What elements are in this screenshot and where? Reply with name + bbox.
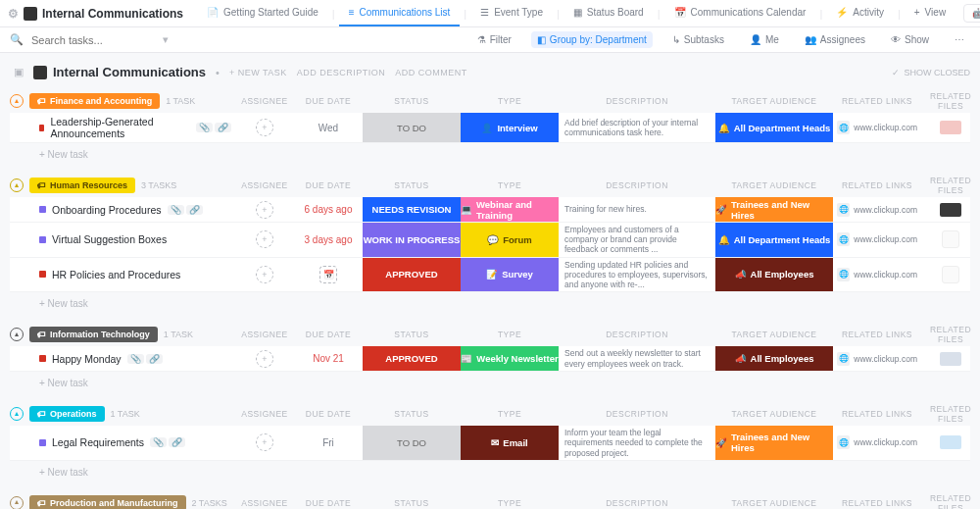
- assignees-button[interactable]: 👥 Assignees: [799, 31, 871, 48]
- column-header[interactable]: TARGET AUDIENCE: [715, 409, 833, 419]
- status-square-icon[interactable]: [39, 271, 46, 278]
- status-cell[interactable]: WORK IN PROGRESS: [363, 223, 461, 257]
- type-cell[interactable]: 👤Interview: [461, 113, 559, 142]
- column-header[interactable]: TARGET AUDIENCE: [715, 330, 833, 339]
- description-cell[interactable]: Add brief description of your internal c…: [559, 113, 715, 142]
- target-audience-cell[interactable]: 🔔All Department Heads: [715, 223, 833, 257]
- description-cell[interactable]: Inform your team the legal requirements …: [559, 426, 715, 460]
- task-name[interactable]: HR Policies and Procedures: [52, 269, 180, 280]
- assignee-placeholder[interactable]: +: [256, 201, 273, 219]
- group-pill[interactable]: 🏷 Information Technology: [29, 327, 158, 342]
- column-header[interactable]: RELATED LINKS: [833, 96, 921, 106]
- target-audience-cell[interactable]: 🔔All Department Heads: [715, 113, 833, 142]
- target-audience-cell[interactable]: 🚀Trainees and New Hires: [715, 426, 833, 460]
- type-cell[interactable]: ✉Email: [461, 426, 559, 460]
- task-row[interactable]: HR Policies and Procedures +📅APPROVED📝Su…: [10, 258, 970, 293]
- new-task-row[interactable]: + New task: [10, 372, 970, 388]
- column-header[interactable]: ASSIGNEE: [235, 409, 294, 419]
- column-header[interactable]: TARGET AUDIENCE: [715, 180, 833, 190]
- add-comment-button[interactable]: ADD COMMENT: [395, 68, 467, 77]
- column-header[interactable]: ASSIGNEE: [235, 96, 294, 106]
- file-placeholder[interactable]: [942, 266, 959, 283]
- search-input[interactable]: [29, 33, 157, 47]
- type-cell[interactable]: 💬Forum: [461, 223, 559, 257]
- column-header[interactable]: DESCRIPTION: [559, 180, 715, 190]
- column-header[interactable]: DESCRIPTION: [559, 409, 715, 419]
- column-header[interactable]: TYPE: [461, 330, 559, 339]
- assignee-placeholder[interactable]: +: [256, 433, 273, 451]
- status-cell[interactable]: TO DO: [363, 426, 461, 460]
- type-cell[interactable]: 📝Survey: [461, 258, 559, 292]
- view-tab[interactable]: ▦Status Board: [564, 0, 654, 26]
- file-thumbnail[interactable]: [940, 203, 961, 217]
- due-date[interactable]: Wed: [318, 123, 338, 133]
- related-link[interactable]: www.clickup.com: [854, 354, 917, 364]
- column-header[interactable]: RELATED LINKS: [833, 498, 921, 508]
- status-square-icon[interactable]: [39, 125, 44, 131]
- chip[interactable]: 🔗: [186, 205, 203, 215]
- collapse-group-icon[interactable]: ▾: [10, 94, 24, 108]
- type-cell[interactable]: 📰Weekly Newsletter: [461, 346, 559, 371]
- view-tab[interactable]: 📅Communications Calendar: [664, 0, 816, 26]
- chip[interactable]: 🔗: [146, 354, 163, 364]
- assignee-placeholder[interactable]: +: [256, 119, 273, 136]
- subtasks-button[interactable]: ↳ Subtasks: [666, 31, 730, 48]
- chip[interactable]: 🔗: [215, 123, 231, 132]
- due-date[interactable]: 6 days ago: [305, 204, 353, 215]
- show-button[interactable]: 👁 Show: [885, 31, 935, 48]
- new-task-row[interactable]: + New task: [10, 292, 970, 309]
- status-square-icon[interactable]: [39, 355, 46, 362]
- file-thumbnail[interactable]: [940, 352, 961, 366]
- collapse-group-icon[interactable]: ▾: [10, 328, 24, 341]
- me-button[interactable]: 👤 Me: [744, 31, 785, 48]
- column-header[interactable]: DESCRIPTION: [559, 96, 715, 106]
- chip[interactable]: 📎: [127, 354, 144, 364]
- column-header[interactable]: TYPE: [461, 180, 559, 190]
- add-description-button[interactable]: ADD DESCRIPTION: [297, 68, 386, 77]
- related-link[interactable]: www.clickup.com: [854, 270, 917, 280]
- due-date[interactable]: Fri: [322, 437, 334, 448]
- column-header[interactable]: TYPE: [461, 409, 559, 419]
- column-header[interactable]: DESCRIPTION: [559, 330, 715, 339]
- group-pill[interactable]: 🏷 Operations: [29, 406, 105, 422]
- collapse-group-icon[interactable]: ▾: [10, 178, 24, 192]
- add-view-tab[interactable]: + View: [905, 0, 956, 26]
- collapse-group-icon[interactable]: ▾: [10, 407, 24, 421]
- chevron-down-icon[interactable]: ▾: [163, 33, 169, 46]
- column-header[interactable]: RELATED LINKS: [833, 330, 921, 339]
- task-row[interactable]: Virtual Suggestion Boxes +3 days agoWORK…: [10, 223, 970, 258]
- column-header[interactable]: ASSIGNEE: [235, 330, 294, 339]
- more-button[interactable]: ⋯: [949, 31, 970, 48]
- target-audience-cell[interactable]: 📣All Employees: [715, 258, 833, 292]
- task-name[interactable]: Legal Requirements: [52, 436, 144, 448]
- task-row[interactable]: Leadership-Generated Announcements 📎🔗+We…: [10, 113, 970, 143]
- assignee-placeholder[interactable]: +: [256, 350, 273, 368]
- file-placeholder[interactable]: [942, 230, 959, 248]
- related-link[interactable]: www.clickup.com: [854, 234, 917, 244]
- status-cell[interactable]: APPROVED: [363, 346, 461, 371]
- collapse-group-icon[interactable]: ▾: [10, 496, 24, 509]
- column-header[interactable]: DUE DATE: [294, 409, 363, 419]
- status-cell[interactable]: TO DO: [363, 113, 461, 142]
- description-cell[interactable]: Employees and customers of a company or …: [559, 223, 715, 257]
- view-tab[interactable]: 📄Getting Started Guide: [197, 0, 328, 26]
- file-thumbnail[interactable]: [940, 121, 961, 134]
- target-audience-cell[interactable]: 📣All Employees: [715, 346, 833, 371]
- list-heading[interactable]: Internal Communications: [33, 65, 206, 79]
- chip[interactable]: 📎: [196, 123, 213, 132]
- target-audience-cell[interactable]: 🚀Trainees and New Hires: [715, 197, 833, 222]
- related-link[interactable]: www.clickup.com: [854, 437, 917, 447]
- column-header[interactable]: RELATED FILES: [921, 404, 980, 424]
- due-date-placeholder[interactable]: 📅: [319, 266, 337, 283]
- view-tab[interactable]: ⚡Activity: [826, 0, 894, 26]
- automate-button[interactable]: 🤖 Automate ▾: [963, 4, 980, 23]
- column-header[interactable]: RELATED FILES: [921, 493, 980, 509]
- filter-button[interactable]: ⚗ Filter: [471, 31, 517, 48]
- collapse-all-icon[interactable]: ▣: [14, 66, 24, 78]
- status-square-icon[interactable]: [39, 439, 46, 446]
- column-header[interactable]: TYPE: [461, 96, 559, 106]
- task-name[interactable]: Leadership-Generated Announcements: [50, 116, 190, 139]
- task-name[interactable]: Happy Monday: [52, 353, 122, 365]
- related-link[interactable]: www.clickup.com: [854, 123, 917, 132]
- column-header[interactable]: RELATED FILES: [921, 91, 980, 111]
